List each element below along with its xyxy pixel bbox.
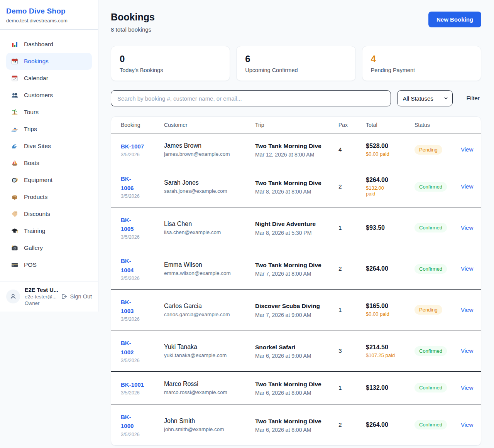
trip-name: Two Tank Morning Dive — [255, 141, 321, 150]
search-input[interactable] — [111, 90, 391, 106]
booking-link[interactable]: BK-1007 — [121, 143, 144, 150]
bar-chart-icon — [11, 40, 19, 48]
booking-date: 3/5/2026 — [121, 152, 159, 157]
sidebar-item-label: Tours — [24, 109, 39, 116]
total-amount: $165.00 — [366, 303, 410, 310]
sidebar-item-pos[interactable]: POS — [6, 256, 92, 273]
svg-text:17: 17 — [13, 61, 16, 64]
total-amount: $214.50 — [366, 344, 410, 351]
user-meta: E2E Test U... e2e-tester@... Owner — [25, 287, 56, 306]
sidebar-item-discounts[interactable]: Discounts — [6, 205, 92, 222]
page-subtitle: 8 total bookings — [111, 26, 155, 33]
stat-value: 6 — [245, 54, 347, 64]
customer-email: marco.rossi@example.com — [164, 389, 250, 395]
status-badge: Confirmed — [414, 346, 447, 356]
booking-date: 3/5/2026 — [121, 194, 159, 199]
sidebar-item-dive-sites[interactable]: Dive Sites — [6, 138, 92, 155]
user-name: E2E Test U... — [25, 287, 56, 293]
sidebar-item-label: Customers — [24, 92, 53, 99]
trip-datetime: Mar 7, 2026 at 9:00 AM — [255, 312, 334, 318]
sailboat-icon — [11, 159, 19, 167]
view-link[interactable]: View — [461, 224, 473, 231]
sidebar-nav: Dashboard 17 Bookings Calendar Customers… — [0, 30, 98, 281]
dive-mask-icon — [11, 176, 19, 184]
sidebar-item-bookings[interactable]: 17 Bookings — [6, 53, 92, 70]
col-trip: Trip — [255, 117, 338, 133]
sidebar-item-dashboard[interactable]: Dashboard — [6, 36, 92, 53]
sidebar-item-products[interactable]: Products — [6, 189, 92, 205]
pax-count: 1 — [338, 207, 366, 248]
sidebar-item-gallery[interactable]: Gallery — [6, 239, 92, 256]
bookings-table: Booking Customer Trip Pax Total Status B… — [111, 117, 481, 445]
booking-date: 3/5/2026 — [121, 358, 159, 363]
sidebar-item-training[interactable]: Training — [6, 222, 92, 239]
status-badge: Pending — [414, 305, 442, 315]
pax-count: 4 — [338, 133, 366, 166]
status-select[interactable]: All Statuses — [397, 90, 453, 106]
sidebar-item-label: Dashboard — [24, 41, 53, 48]
table-header: Booking Customer Trip Pax Total Status — [111, 117, 481, 133]
trip-datetime: Mar 6, 2026 at 8:00 AM — [255, 390, 334, 396]
view-link[interactable]: View — [461, 146, 473, 153]
view-link[interactable]: View — [461, 183, 473, 190]
wave-icon — [11, 142, 19, 150]
customer-email: yuki.tanaka@example.com — [164, 352, 250, 358]
booking-link[interactable]: BK-1002 — [121, 339, 135, 357]
main-content: Bookings 8 total bookings New Booking 0 … — [98, 0, 494, 448]
package-icon — [11, 193, 19, 201]
table-row: BK-10033/5/2026 Carlos Garciacarlos.garc… — [111, 289, 481, 330]
page-title: Bookings — [111, 12, 155, 23]
view-link[interactable]: View — [461, 265, 473, 272]
booking-link[interactable]: BK-1004 — [121, 256, 135, 275]
booking-link[interactable]: BK-1000 — [121, 413, 135, 431]
booking-link[interactable]: BK-1003 — [121, 298, 135, 316]
tag-icon — [11, 210, 19, 218]
view-link[interactable]: View — [461, 347, 473, 354]
sign-out-button[interactable]: Sign Out — [61, 293, 92, 300]
paid-amount: $0.00 paid — [366, 311, 410, 317]
sidebar-item-label: Bookings — [24, 58, 49, 65]
sidebar-item-trips[interactable]: Trips — [6, 121, 92, 138]
view-link[interactable]: View — [461, 384, 473, 391]
total-amount: $264.00 — [366, 421, 410, 428]
person-icon — [9, 293, 17, 300]
filter-row: All Statuses Filter — [111, 90, 481, 106]
col-customer: Customer — [164, 117, 255, 133]
customer-email: carlos.garcia@example.com — [164, 312, 250, 317]
total-amount: $264.00 — [366, 265, 410, 272]
sidebar-item-tours[interactable]: Tours — [6, 104, 92, 121]
paid-amount: $132.00 paid — [366, 185, 390, 197]
pax-count: 3 — [338, 330, 366, 372]
status-badge: Confirmed — [414, 420, 447, 429]
total-amount: $528.00 — [366, 143, 410, 150]
table-row: BK-10073/5/2026 James Brownjames.brown@e… — [111, 133, 481, 166]
trip-datetime: Mar 8, 2026 at 5:30 PM — [255, 230, 334, 236]
sidebar-item-calendar[interactable]: Calendar — [6, 70, 92, 87]
view-link[interactable]: View — [461, 421, 473, 428]
credit-card-icon — [11, 261, 19, 269]
view-link[interactable]: View — [461, 307, 473, 313]
filter-button[interactable]: Filter — [465, 93, 481, 104]
stat-label: Today's Bookings — [120, 67, 221, 73]
booking-link[interactable]: BK-1005 — [121, 216, 135, 234]
stat-label: Upcoming Confirmed — [245, 67, 347, 73]
trip-datetime: Mar 12, 2026 at 8:00 AM — [255, 152, 334, 158]
sidebar-item-label: POS — [24, 261, 37, 268]
trip-name: Two Tank Morning Dive — [255, 380, 321, 389]
page-header: Bookings 8 total bookings New Booking — [111, 12, 481, 33]
status-badge: Confirmed — [414, 383, 447, 392]
pax-count: 2 — [338, 404, 366, 445]
sidebar-item-label: Boats — [24, 160, 39, 167]
status-select-wrap: All Statuses — [397, 90, 453, 106]
sidebar-item-boats[interactable]: Boats — [6, 155, 92, 172]
trip-name: Snorkel Safari — [255, 343, 321, 352]
sidebar-item-customers[interactable]: Customers — [6, 87, 92, 104]
new-booking-button[interactable]: New Booking — [428, 12, 481, 27]
booking-date: 3/5/2026 — [121, 317, 159, 322]
sidebar-item-equipment[interactable]: Equipment — [6, 172, 92, 189]
booking-date: 3/5/2026 — [121, 390, 159, 396]
booking-link[interactable]: BK-1001 — [121, 381, 144, 388]
table-row: BK-10003/5/2026 John Smithjohn.smith@exa… — [111, 404, 481, 445]
booking-link[interactable]: BK-1006 — [121, 174, 135, 192]
col-actions — [461, 117, 481, 133]
